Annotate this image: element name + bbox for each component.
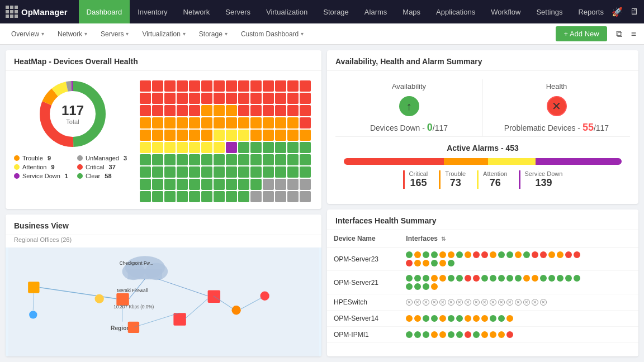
heatmap-cell[interactable]: [189, 166, 200, 178]
heatmap-cell[interactable]: [226, 93, 237, 104]
subnav-overview[interactable]: Overview ▾: [6, 23, 50, 45]
heatmap-cell[interactable]: [201, 142, 212, 153]
heatmap-cell[interactable]: [152, 191, 163, 202]
nav-inventory[interactable]: Inventory: [130, 0, 175, 23]
heatmap-cell[interactable]: [263, 130, 274, 141]
heatmap-cell[interactable]: [263, 142, 274, 153]
heatmap-cell[interactable]: [152, 154, 163, 165]
heatmap-cell[interactable]: [300, 142, 311, 153]
heatmap-cell[interactable]: [250, 130, 262, 141]
heatmap-cell[interactable]: [189, 191, 200, 202]
sort-icon[interactable]: ⇅: [441, 236, 446, 242]
nav-workflow[interactable]: Workflow: [483, 0, 528, 23]
nav-servers[interactable]: Servers: [217, 0, 258, 23]
subnav-custom-dashboard[interactable]: Custom Dashboard ▾: [235, 23, 309, 45]
heatmap-cell[interactable]: [226, 105, 237, 116]
heatmap-cell[interactable]: [201, 105, 212, 116]
heatmap-cell[interactable]: [263, 179, 274, 190]
heatmap-cell[interactable]: [263, 105, 274, 116]
heatmap-cell[interactable]: [189, 179, 200, 190]
heatmap-cell[interactable]: [140, 130, 151, 141]
heatmap-cell[interactable]: [238, 154, 249, 165]
subnav-virtualization[interactable]: Virtualization ▾: [136, 23, 191, 45]
heatmap-cell[interactable]: [287, 179, 299, 190]
heatmap-cell[interactable]: [214, 142, 225, 153]
nav-settings[interactable]: Settings: [528, 0, 570, 23]
heatmap-cell[interactable]: [152, 130, 163, 141]
heatmap-cell[interactable]: [201, 130, 212, 141]
heatmap-cell[interactable]: [300, 93, 311, 104]
heatmap-cell[interactable]: [214, 117, 225, 128]
heatmap-cell[interactable]: [164, 117, 176, 128]
filter-icon[interactable]: ≡: [629, 27, 638, 41]
heatmap-cell[interactable]: [263, 191, 274, 202]
heatmap-cell[interactable]: [300, 166, 311, 178]
heatmap-cell[interactable]: [275, 105, 286, 116]
heatmap-cell[interactable]: [152, 80, 163, 92]
heatmap-cell[interactable]: [177, 154, 188, 165]
heatmap-cell[interactable]: [201, 80, 212, 92]
heatmap-cell[interactable]: [287, 166, 299, 178]
heatmap-cell[interactable]: [238, 142, 249, 153]
heatmap-cell[interactable]: [275, 93, 286, 104]
heatmap-cell[interactable]: [250, 80, 262, 92]
heatmap-cell[interactable]: [177, 179, 188, 190]
heatmap-cell[interactable]: [164, 130, 176, 141]
nav-applications[interactable]: Applications: [428, 0, 483, 23]
nav-dashboard[interactable]: Dashboard: [79, 0, 130, 23]
heatmap-cell[interactable]: [214, 191, 225, 202]
heatmap-cell[interactable]: [189, 142, 200, 153]
heatmap-cell[interactable]: [214, 179, 225, 190]
heatmap-cell[interactable]: [152, 117, 163, 128]
heatmap-cell[interactable]: [226, 117, 237, 128]
add-new-button[interactable]: + Add New: [556, 26, 607, 41]
heatmap-cell[interactable]: [140, 154, 151, 165]
heatmap-cell[interactable]: [226, 130, 237, 141]
heatmap-cell[interactable]: [152, 93, 163, 104]
heatmap-cell[interactable]: [250, 142, 262, 153]
heatmap-cell[interactable]: [287, 117, 299, 128]
heatmap-cell[interactable]: [140, 179, 151, 190]
heatmap-cell[interactable]: [287, 191, 299, 202]
heatmap-cell[interactable]: [214, 105, 225, 116]
heatmap-cell[interactable]: [140, 191, 151, 202]
heatmap-cell[interactable]: [152, 105, 163, 116]
nav-reports[interactable]: Reports: [570, 0, 612, 23]
heatmap-cell[interactable]: [238, 80, 249, 92]
heatmap-cell[interactable]: [287, 93, 299, 104]
heatmap-cell[interactable]: [300, 105, 311, 116]
heatmap-cell[interactable]: [275, 80, 286, 92]
heatmap-cell[interactable]: [238, 105, 249, 116]
heatmap-cell[interactable]: [238, 93, 249, 104]
heatmap-cell[interactable]: [238, 166, 249, 178]
heatmap-cell[interactable]: [189, 130, 200, 141]
nav-alarms[interactable]: Alarms: [357, 0, 395, 23]
rocket-icon[interactable]: 🚀: [612, 7, 623, 17]
heatmap-cell[interactable]: [300, 154, 311, 165]
heatmap-cell[interactable]: [287, 80, 299, 92]
heatmap-cell[interactable]: [177, 191, 188, 202]
heatmap-cell[interactable]: [263, 80, 274, 92]
heatmap-cell[interactable]: [263, 93, 274, 104]
heatmap-cell[interactable]: [275, 179, 286, 190]
heatmap-cell[interactable]: [287, 130, 299, 141]
heatmap-cell[interactable]: [214, 130, 225, 141]
heatmap-cell[interactable]: [189, 154, 200, 165]
heatmap-cell[interactable]: [140, 166, 151, 178]
heatmap-cell[interactable]: [287, 142, 299, 153]
heatmap-cell[interactable]: [140, 93, 151, 104]
heatmap-cell[interactable]: [300, 191, 311, 202]
heatmap-cell[interactable]: [250, 93, 262, 104]
heatmap-cell[interactable]: [250, 179, 262, 190]
heatmap-cell[interactable]: [152, 166, 163, 178]
heatmap-cell[interactable]: [201, 154, 212, 165]
heatmap-cell[interactable]: [226, 154, 237, 165]
heatmap-cell[interactable]: [226, 166, 237, 178]
nav-maps[interactable]: Maps: [395, 0, 428, 23]
heatmap-cell[interactable]: [238, 179, 249, 190]
heatmap-cell[interactable]: [140, 142, 151, 153]
heatmap-cell[interactable]: [177, 142, 188, 153]
heatmap-cell[interactable]: [226, 142, 237, 153]
heatmap-cell[interactable]: [263, 166, 274, 178]
heatmap-cell[interactable]: [263, 154, 274, 165]
